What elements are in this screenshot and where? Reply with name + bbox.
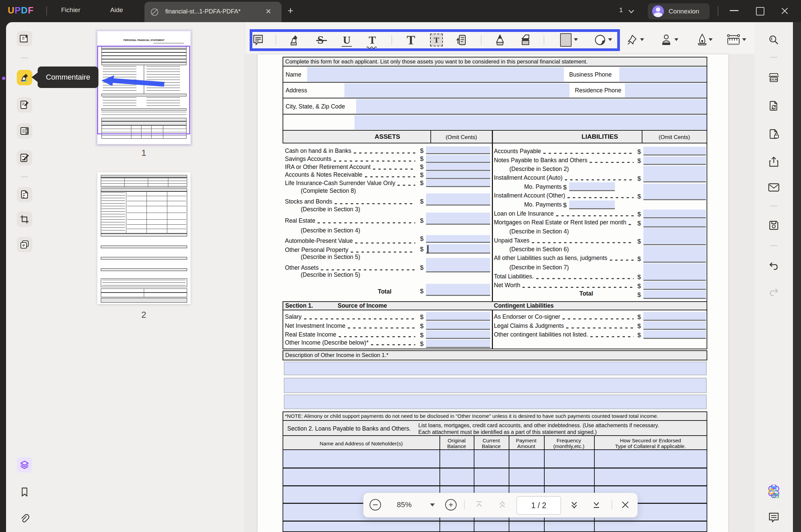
description-field[interactable]	[284, 378, 707, 393]
new-tab-button[interactable]: +	[287, 5, 293, 17]
next-page-button[interactable]	[568, 493, 580, 517]
note-comment-tool[interactable]	[249, 31, 267, 49]
liability-field[interactable]	[644, 263, 706, 281]
last-page-button[interactable]	[590, 493, 602, 517]
tab-close-icon[interactable]: ✕	[265, 7, 272, 16]
zoom-dropdown-icon[interactable]	[429, 493, 436, 517]
chevron-down-icon[interactable]	[628, 9, 635, 14]
liability-field[interactable]	[644, 246, 706, 263]
convert-icon[interactable]	[766, 98, 782, 114]
liability-field[interactable]	[644, 184, 706, 200]
protect-icon[interactable]	[766, 126, 782, 142]
asset-field[interactable]	[426, 258, 490, 272]
liability-total-field[interactable]	[644, 290, 706, 299]
contingent-field[interactable]	[644, 330, 706, 339]
zoom-in-button[interactable]: +	[445, 493, 457, 517]
asset-field-active[interactable]	[426, 244, 490, 253]
sidebar-bookmark[interactable]	[17, 484, 32, 500]
income-field[interactable]	[426, 321, 490, 330]
asset-field[interactable]	[426, 155, 490, 163]
previous-page-button[interactable]	[496, 493, 508, 517]
sidebar-slideshow[interactable]	[17, 237, 32, 252]
asset-field[interactable]	[426, 163, 490, 171]
search-icon[interactable]	[766, 32, 782, 48]
thumbnail-page-2[interactable]	[97, 172, 190, 304]
sidebar-edit-pdf[interactable]	[17, 97, 32, 113]
save-icon[interactable]	[766, 217, 782, 233]
asset-field[interactable]	[426, 193, 490, 206]
income-field[interactable]	[426, 340, 490, 348]
contingent-field[interactable]	[644, 321, 706, 330]
asset-field[interactable]	[426, 235, 490, 243]
strikethrough-tool[interactable]: S	[312, 31, 330, 49]
city-field[interactable]	[356, 99, 707, 114]
page-number-input[interactable]: 1 / 2	[517, 496, 561, 515]
sidebar-organize-pages[interactable]	[17, 123, 32, 139]
sidebar-crop[interactable]	[17, 212, 32, 227]
maximize-button[interactable]	[756, 7, 764, 16]
sidebar-export-convert[interactable]	[17, 187, 32, 203]
contingent-field[interactable]	[644, 312, 706, 321]
thumbnail-page-1[interactable]: PERSONAL FINANCIAL STATEMENT	[97, 31, 190, 144]
thumbnail-viewport-indicator[interactable]	[97, 46, 190, 134]
address-field[interactable]	[344, 83, 707, 97]
menu-help[interactable]: Aide	[110, 6, 123, 14]
squiggly-underline-tool[interactable]: T	[363, 31, 381, 49]
text-box-tool[interactable]: T	[427, 31, 446, 49]
close-bar-button[interactable]	[619, 493, 631, 517]
menu-file[interactable]: Fichier	[61, 6, 80, 14]
minimize-button[interactable]	[730, 10, 739, 11]
first-page-button[interactable]	[473, 493, 485, 517]
sidebar-fill-sign[interactable]	[17, 150, 32, 166]
zoom-out-button[interactable]	[370, 493, 381, 517]
signature-dropdown-icon[interactable]	[709, 38, 713, 41]
asset-field[interactable]	[426, 171, 490, 179]
close-button[interactable]	[781, 7, 788, 15]
sidebar-comment-tool-active[interactable]	[17, 70, 32, 85]
avatar[interactable]	[652, 5, 664, 17]
liability-field[interactable]	[644, 210, 706, 218]
sticker-dropdown-icon[interactable]	[608, 38, 612, 41]
updf-ai-logo[interactable]	[766, 483, 782, 499]
description-field[interactable]	[284, 395, 707, 409]
eraser-tool[interactable]	[516, 31, 534, 49]
liability-field[interactable]	[644, 166, 706, 183]
pin-dropdown-icon[interactable]	[640, 38, 644, 41]
callout-tool[interactable]	[452, 31, 470, 49]
undo-icon[interactable]	[766, 259, 782, 274]
asset-field[interactable]	[426, 147, 490, 154]
redo-icon[interactable]	[766, 285, 782, 300]
underline-tool[interactable]: U	[338, 31, 356, 49]
measure-tool[interactable]	[724, 31, 743, 49]
liability-field[interactable]	[644, 147, 706, 155]
sidebar-reader-mode[interactable]	[17, 31, 32, 46]
mail-icon[interactable]	[766, 180, 782, 195]
empty-field[interactable]	[354, 115, 707, 130]
income-field[interactable]	[426, 330, 490, 339]
pencil-tool[interactable]	[491, 31, 509, 49]
sticker-tool[interactable]	[591, 31, 609, 49]
measure-dropdown-icon[interactable]	[742, 38, 746, 41]
rectangle-shape-tool[interactable]	[557, 31, 575, 49]
highlighter-tool[interactable]	[285, 31, 303, 49]
shape-dropdown-icon[interactable]	[574, 38, 578, 41]
loans-table-body[interactable]	[283, 450, 707, 532]
stamp-tool[interactable]	[657, 31, 675, 49]
description-field[interactable]	[284, 362, 707, 375]
mo-payments-field[interactable]	[569, 183, 615, 191]
share-icon[interactable]	[766, 154, 782, 170]
sidebar-layers-active[interactable]	[17, 457, 32, 473]
asset-field[interactable]	[426, 179, 490, 187]
name-field[interactable]	[307, 67, 707, 82]
liability-field[interactable]	[644, 228, 706, 245]
liability-field[interactable]	[644, 282, 706, 290]
page-count-indicator[interactable]: 1	[619, 6, 623, 14]
stamp-dropdown-icon[interactable]	[674, 38, 678, 41]
pin-tool[interactable]	[623, 31, 641, 49]
asset-total-field[interactable]	[426, 284, 490, 296]
ocr-icon[interactable]: OCR	[766, 70, 782, 86]
comment-panel-icon[interactable]	[766, 510, 782, 525]
liability-field[interactable]	[644, 156, 706, 165]
updf-logo[interactable]: UPDF	[8, 5, 34, 16]
liability-field[interactable]	[644, 218, 706, 227]
